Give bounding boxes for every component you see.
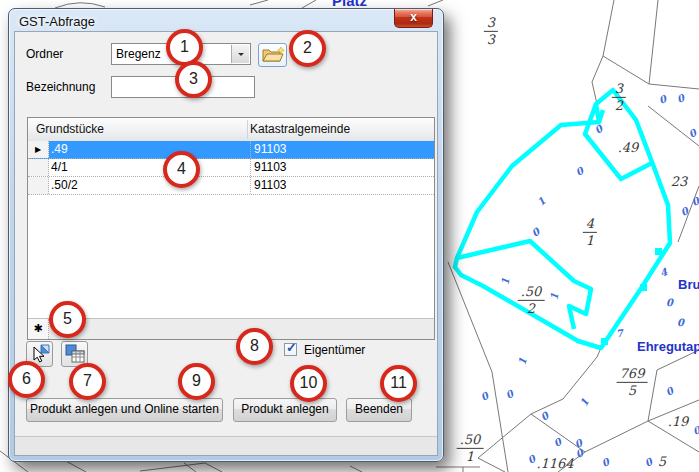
new-row[interactable]: ✱ [28,318,434,339]
parcel-label: 41 [583,217,597,247]
parcel-label: 5 [658,454,666,469]
ordner-label: Ordner [26,47,63,61]
chevron-down-icon [238,53,244,59]
highlighted-parcel-outline [455,90,670,348]
callout-10: 10 [290,365,327,402]
parcel-label: .49 [618,140,639,155]
status-strip [15,436,437,455]
table-row[interactable]: ▶.4991103 [28,141,434,159]
callout-3: 3 [175,61,212,98]
column-header-grundstuecke[interactable]: Grundstücke [36,122,104,136]
callout-5: 5 [49,301,86,338]
parcel-table[interactable]: Grundstücke Katastralgemeinde ▶.49911034… [27,117,435,340]
row-selector[interactable] [28,177,49,194]
parcel-label: 7695 [617,367,648,397]
dropdown-arrow-button[interactable] [231,45,249,63]
grid-body: ▶.49911034/191103.50/291103 [28,141,434,195]
parcel-label: .502 [518,285,545,315]
new-row-selector: ✱ [28,319,49,339]
table-row[interactable]: 4/191103 [28,159,434,177]
parcel-label: .1164 [536,456,573,471]
folder-icon [259,44,286,66]
table-cell[interactable]: .49 [51,141,244,158]
close-button[interactable]: x [394,9,433,28]
row-selector[interactable] [28,159,49,176]
table-cell[interactable]: .50/2 [51,177,244,194]
map-symbol: 0 [677,317,684,328]
callout-8: 8 [236,328,273,365]
callout-11: 11 [380,365,417,402]
column-header-katastralgemeinde[interactable]: Katastralgemeinde [250,122,350,136]
table-cell[interactable]: 91103 [250,141,432,158]
produkt-anlegen-online-button[interactable]: Produkt anlegen und Online starten [26,398,223,422]
bezeichnung-label: Bezeichnung [26,80,95,94]
parcel-label: .19 [668,414,689,429]
parcel-label: 23 [671,174,688,189]
street-label-ehregutap: Ehregutap [637,339,699,354]
parcel-label: 32 [612,82,626,112]
map-symbol: 0 [666,297,673,308]
ordner-dropdown-value: Bregenz [116,47,161,61]
checkmark-icon: ✓ [286,340,297,355]
row-selector[interactable]: ▶ [28,141,49,158]
callout-4: 4 [163,151,200,188]
street-label-bru: Bru [678,277,699,292]
table-cell[interactable]: 91103 [250,177,432,194]
parcel-label: .501 [457,433,484,463]
eigentuemer-checkbox[interactable]: ✓ [284,343,297,356]
parcel-label: 33 [484,16,498,46]
callout-7: 7 [69,363,106,400]
table-row[interactable]: .50/291103 [28,177,434,195]
produkt-anlegen-button[interactable]: Produkt anlegen [233,398,337,422]
open-folder-button[interactable] [258,43,287,67]
callout-9: 9 [178,363,215,400]
eigentuemer-label: Eigentümer [304,343,365,357]
dialog-title: GST-Abfrage [19,14,95,29]
callout-2: 2 [289,30,326,67]
header-separator [247,120,248,139]
table-header: Grundstücke Katastralgemeinde [28,118,434,142]
callout-6: 6 [8,361,45,398]
table-cell[interactable]: 4/1 [51,159,244,176]
table-cell[interactable]: 91103 [250,159,432,176]
